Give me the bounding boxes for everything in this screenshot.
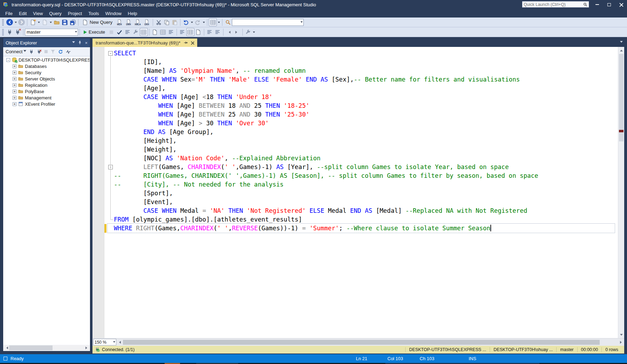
code-line-10[interactable]: END AS [Age Group], — [114, 128, 538, 136]
open-file-button[interactable] — [53, 18, 61, 26]
redo-dropdown[interactable] — [202, 18, 206, 26]
tab-close-icon[interactable] — [191, 41, 194, 44]
toolbar-grip[interactable] — [2, 19, 4, 26]
code-line-8[interactable]: WHEN [Age] BETWEEN 25 AND 30 THEN '25-30… — [114, 110, 538, 119]
stop-icon[interactable] — [44, 50, 48, 53]
increase-indent-button[interactable] — [233, 28, 241, 36]
scroll-left-arrow[interactable] — [4, 345, 9, 351]
code-line-9[interactable]: WHEN [Age] > 30 THEN 'Over 30' — [114, 119, 538, 128]
menu-item-view[interactable]: View — [30, 10, 46, 17]
navigate-forward-button[interactable] — [18, 18, 26, 26]
expand-box[interactable]: - — [6, 58, 10, 62]
dmx-query-button[interactable]: DMX — [124, 18, 133, 26]
sql-code[interactable]: SELECT [ID], [Name] AS 'Olympian Name', … — [114, 49, 538, 233]
code-line-5[interactable]: [Age], — [114, 84, 538, 93]
include-client-stats-button[interactable] — [159, 28, 167, 36]
tree-item-management[interactable]: +Management — [4, 94, 90, 101]
code-line-17[interactable]: [Sport], — [114, 189, 538, 198]
new-query-button[interactable]: New Query — [80, 18, 115, 27]
menu-item-edit[interactable]: Edit — [16, 10, 30, 17]
tree-item-xevent-profiler[interactable]: +XEvent Profiler — [4, 101, 90, 107]
code-line-20[interactable]: FROM [olympic_games].[dbo].[athletes_eve… — [114, 215, 538, 224]
xmla-query-button[interactable]: XMLA — [133, 18, 142, 26]
specify-values-button[interactable] — [244, 28, 252, 36]
save-button[interactable] — [61, 18, 69, 26]
connect-dropdown[interactable]: Connect — [6, 49, 26, 54]
parse-button[interactable] — [116, 28, 124, 36]
quick-launch-box[interactable] — [522, 1, 589, 8]
navigate-back-dropdown[interactable] — [14, 18, 18, 26]
window-position-icon[interactable] — [72, 41, 75, 44]
scroll-right-arrow[interactable] — [84, 345, 90, 351]
cancel-query-button[interactable] — [108, 28, 116, 36]
document-tab[interactable]: transformation-que...TF3T0H\shuay (69))* — [92, 38, 197, 47]
close-panel-icon[interactable]: × — [85, 40, 88, 46]
menu-item-file[interactable]: File — [2, 10, 16, 17]
code-line-13[interactable]: [NOC] AS 'Nation Code', --Explained Abbr… — [114, 154, 538, 163]
quick-launch-input[interactable] — [524, 2, 583, 7]
results-to-text-button[interactable] — [178, 28, 186, 36]
tree-item-server-objects[interactable]: +Server Objects — [4, 76, 90, 82]
cut-button[interactable] — [154, 18, 163, 26]
undo-button[interactable] — [182, 18, 190, 26]
code-line-12[interactable]: [Weight], — [114, 145, 538, 154]
tree-item-server[interactable]: -DESKTOP-UTF3T0H\SQLEXPRESS (SQL — [4, 57, 90, 63]
code-line-15[interactable]: -- RIGHT(Games, CHARINDEX(' ',Games)-1) … — [114, 172, 538, 180]
execute-button[interactable]: Execute — [81, 28, 108, 36]
menu-item-help[interactable]: Help — [125, 10, 140, 17]
code-line-3[interactable]: [Name] AS 'Olympian Name', -- renamed co… — [114, 66, 538, 75]
undo-dropdown[interactable] — [190, 18, 194, 26]
line-indicator[interactable]: Ln 21 — [356, 356, 367, 361]
redo-button[interactable] — [194, 18, 202, 26]
code-line-18[interactable]: [Event], — [114, 198, 538, 206]
tab-pin-icon[interactable] — [184, 41, 188, 45]
code-line-4[interactable]: CASE WHEN Sex='M' THEN 'Male' ELSE 'Fema… — [114, 75, 538, 84]
menu-item-window[interactable]: Window — [102, 10, 125, 17]
disconnect-server-icon[interactable]: ✕ — [37, 49, 42, 54]
tree-item-polybase[interactable]: +PolyBase — [4, 88, 90, 94]
code-line-21[interactable]: WHERE RIGHT(Games,CHARINDEX(' ',REVERSE(… — [114, 224, 538, 233]
object-explorer-hscrollbar[interactable] — [4, 345, 90, 351]
menu-item-query[interactable]: Query — [46, 10, 64, 17]
scroll-up-arrow[interactable] — [619, 47, 624, 52]
copy-button[interactable] — [163, 18, 171, 26]
scroll-right-arrow[interactable] — [619, 340, 624, 345]
code-line-1[interactable]: SELECT — [114, 49, 538, 58]
results-to-file-button[interactable] — [194, 28, 202, 36]
activity-monitor-icon[interactable] — [66, 49, 71, 54]
new-project-dropdown[interactable] — [37, 18, 41, 26]
scrollbar-thumb[interactable] — [123, 340, 600, 345]
uncomment-button[interactable] — [214, 28, 222, 36]
find-button[interactable] — [224, 18, 232, 26]
tree-item-databases[interactable]: +Databases — [4, 63, 90, 69]
include-actual-plan-button[interactable] — [151, 28, 159, 36]
comment-button[interactable] — [206, 28, 214, 36]
database-combo[interactable]: master — [25, 29, 78, 36]
mdx-query-button[interactable]: MDX — [115, 18, 124, 26]
column-indicator[interactable]: Col 103 — [387, 356, 403, 361]
code-line-6[interactable]: CASE WHEN [Age] <18 THEN 'Under 18' — [114, 93, 538, 102]
find-combo[interactable] — [232, 19, 304, 26]
refresh-icon[interactable] — [58, 49, 63, 54]
navigate-back-button[interactable] — [6, 18, 14, 26]
pin-icon[interactable] — [78, 41, 82, 45]
add-item-dropdown[interactable] — [49, 18, 53, 26]
add-item-button[interactable] — [41, 18, 49, 26]
toolbar-options-dropdown[interactable] — [252, 28, 256, 36]
fold-collapse-box[interactable] — [108, 51, 113, 56]
expand-box[interactable]: + — [13, 71, 16, 75]
editor-vscrollbar[interactable] — [618, 47, 624, 338]
connect-button[interactable] — [6, 28, 14, 36]
expand-box[interactable]: + — [13, 96, 16, 100]
menu-item-project[interactable]: Project — [65, 10, 85, 17]
expand-box[interactable]: + — [13, 83, 16, 87]
change-connection-button[interactable]: ✕ — [14, 28, 22, 36]
toolbar-grip[interactable] — [2, 29, 4, 35]
tree-item-replication[interactable]: +Replication — [4, 82, 90, 88]
minimize-button[interactable] — [591, 0, 603, 9]
code-line-2[interactable]: [ID], — [114, 58, 538, 66]
intellisense-toggle-button[interactable] — [140, 28, 148, 36]
tab-list-dropdown-icon[interactable] — [620, 41, 623, 44]
query-options-button[interactable] — [132, 28, 140, 36]
debug-target-dropdown[interactable] — [217, 18, 221, 26]
